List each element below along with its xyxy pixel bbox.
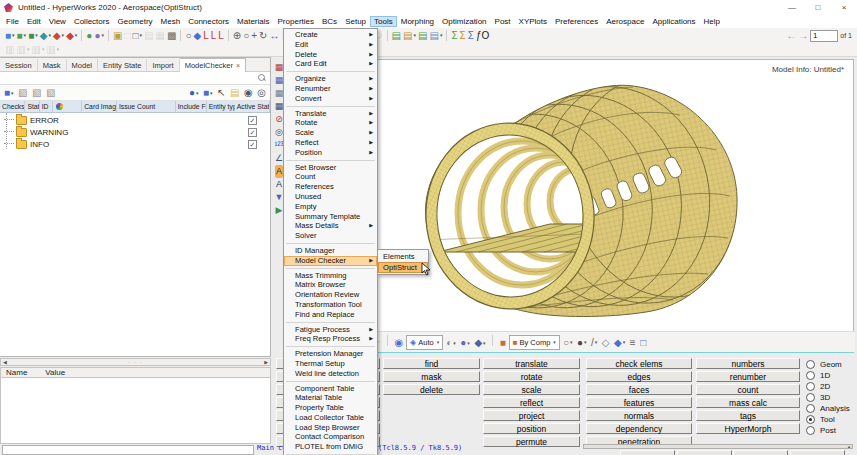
- menubar-item[interactable]: View: [45, 16, 70, 27]
- menu-item[interactable]: Empty ▶: [284, 202, 377, 212]
- menu-item[interactable]: ID Manager ▶: [284, 246, 377, 256]
- solver-export-icon[interactable]: ◆ ▾: [65, 29, 78, 42]
- page-radio[interactable]: Tool: [806, 414, 850, 425]
- minimize-button-icon[interactable]: —: [779, 1, 805, 15]
- horizontal-scrollbar[interactable]: ◀ · · · ▶: [0, 358, 271, 366]
- submenu-item[interactable]: Elements: [378, 251, 428, 262]
- rotate-view-icon[interactable]: ↻ ▾: [258, 29, 268, 42]
- menubar-item[interactable]: File: [2, 16, 23, 27]
- page-radio[interactable]: Analysis: [806, 403, 850, 414]
- zoom-out-icon[interactable]: ○ ▾: [242, 29, 250, 42]
- column-header[interactable]: Active Stat ▲: [235, 101, 270, 112]
- panel-button[interactable]: reflect: [483, 397, 580, 408]
- menubar-item[interactable]: Preferences: [551, 16, 602, 27]
- menu-item[interactable]: Matrix Browser ▶: [284, 280, 377, 290]
- browser-tab[interactable]: ModelChecker ×: [180, 58, 246, 72]
- menu-item[interactable]: Delete ▶: [284, 50, 377, 60]
- window-page-icon[interactable]: □ ▾: [123, 29, 131, 42]
- panel-button[interactable]: tags: [696, 410, 800, 421]
- selection-mode-dropdown[interactable]: ◈ Auto ▾: [406, 335, 443, 350]
- move-icon[interactable]: ▥ ▾: [45, 43, 60, 56]
- zoom-in-icon[interactable]: ⊕ ▾: [232, 29, 242, 42]
- properties-body[interactable]: [0, 378, 271, 444]
- menu-item[interactable]: Weld line detection ▶: [284, 369, 377, 379]
- checker-search-input[interactable]: [0, 72, 270, 85]
- panel-button[interactable]: normals: [586, 410, 692, 421]
- panel-button[interactable]: translate: [483, 358, 580, 369]
- menu-item[interactable]: References ▶: [284, 182, 377, 192]
- shaded-elements-icon[interactable]: ● ▾: [459, 336, 471, 349]
- scroll-left-icon[interactable]: ◀: [3, 359, 7, 365]
- menubar-item[interactable]: Connectors: [184, 16, 233, 27]
- fit-view-icon[interactable]: ◆ ▾: [192, 29, 202, 42]
- menu-item[interactable]: Fatigue Process ▶: [284, 325, 377, 335]
- page-radio[interactable]: Geom: [806, 359, 850, 370]
- panel-button[interactable]: permute: [483, 436, 580, 447]
- menubar-item[interactable]: Morphing: [397, 16, 438, 27]
- panel-button[interactable]: rotate: [483, 371, 580, 382]
- model-book-icon[interactable]: ■ ▾: [202, 86, 214, 99]
- column-header[interactable]: Entity type ▲: [207, 101, 235, 112]
- menu-item[interactable]: Transformation Tool ▶: [284, 300, 377, 310]
- menu-item[interactable]: Unused ▶: [284, 192, 377, 202]
- menubar-item[interactable]: Geometry: [113, 16, 156, 27]
- arrows-horizontal-icon[interactable]: ↔ ▾: [268, 29, 280, 42]
- menubar-item[interactable]: Post: [491, 16, 515, 27]
- wireframe-sphere-icon[interactable]: ○ ▾: [562, 336, 574, 349]
- menu-item[interactable]: Card Edit ▶: [284, 59, 377, 69]
- tag-create-icon[interactable]: ▧ ▾: [17, 86, 28, 99]
- panel-button[interactable]: delete: [383, 384, 480, 395]
- column-header[interactable]: ▲: [53, 101, 82, 112]
- menu-item[interactable]: Solver ▶: [284, 231, 377, 241]
- panel-button[interactable]: scale: [483, 384, 580, 395]
- panel-button[interactable]: check elems: [586, 358, 692, 369]
- menubar-item[interactable]: Optimization: [438, 16, 490, 27]
- menubar-item[interactable]: Mesh: [157, 16, 185, 27]
- menu-item[interactable]: Reflect ▶: [284, 138, 377, 148]
- menubar-item[interactable]: Aerospace: [602, 16, 648, 27]
- panel-button[interactable]: mass calc: [696, 397, 800, 408]
- menu-item[interactable]: Set Browser ▶: [284, 163, 377, 173]
- panel-button[interactable]: count: [696, 384, 800, 395]
- menu-item[interactable]: Freq Resp Process ▶: [284, 334, 377, 344]
- axes-local-icon[interactable]: L ▾: [217, 29, 225, 42]
- performance-icon[interactable]: ≡ ▾: [629, 336, 637, 349]
- import-icon[interactable]: ◆ ▾: [39, 29, 52, 42]
- column-header[interactable]: Issue Count ▲: [117, 101, 176, 112]
- sphere-display-icon[interactable]: ● ▾: [188, 86, 200, 99]
- menu-item[interactable]: Position ▶: [284, 148, 377, 158]
- panel-button[interactable]: edges: [586, 371, 692, 382]
- column-header[interactable]: Status ▲: [25, 101, 39, 112]
- menubar-item[interactable]: Setup: [341, 16, 370, 27]
- menubar-item[interactable]: Applications: [648, 16, 699, 27]
- menu-item[interactable]: Rotate ▶: [284, 118, 377, 128]
- panel-button-clipped[interactable]: [733, 450, 788, 455]
- menu-item[interactable]: Contact Comparison ▶: [284, 432, 377, 442]
- scroll-right-icon[interactable]: ▶: [264, 359, 268, 365]
- dark-sphere-icon[interactable]: ● ▾: [576, 336, 588, 349]
- tree-row[interactable]: WARNING ✓: [0, 126, 270, 138]
- menu-item[interactable]: Count ▶: [284, 172, 377, 182]
- menubar-item[interactable]: Materials: [233, 16, 273, 27]
- panel-button[interactable]: position: [483, 423, 580, 434]
- page-radio[interactable]: 3D: [806, 392, 850, 403]
- include-import-icon[interactable]: ▤ ▾: [417, 29, 428, 42]
- menu-item[interactable]: Edit ▶: [284, 40, 377, 50]
- menu-item[interactable]: Pretension Manager ▶: [284, 349, 377, 359]
- close-tab-icon[interactable]: ×: [236, 62, 240, 69]
- menu-item[interactable]: Convert ▶: [284, 94, 377, 104]
- browser-tab[interactable]: Mask: [38, 59, 67, 71]
- panel-button[interactable]: faces: [586, 384, 692, 395]
- browser-tab[interactable]: Entity State: [98, 59, 147, 71]
- panel-button[interactable]: find: [383, 358, 480, 369]
- summary-green-icon[interactable]: Σ ▾: [450, 29, 458, 42]
- save-model-icon[interactable]: ■ ▾: [27, 29, 39, 42]
- splitter-handle[interactable]: · · ·: [128, 359, 142, 365]
- maximize-button-icon[interactable]: □: [805, 1, 831, 15]
- tag-sync-icon[interactable]: ▧ ▾: [45, 86, 56, 99]
- expand-window-icon[interactable]: □ ▾: [131, 29, 143, 42]
- active-state-checkbox[interactable]: ✓: [248, 116, 257, 125]
- column-header[interactable]: Checks ▲: [0, 101, 25, 112]
- menu-item[interactable]: Material Table ▶: [284, 393, 377, 403]
- menu-item[interactable]: Thermal Setup ▶: [284, 359, 377, 369]
